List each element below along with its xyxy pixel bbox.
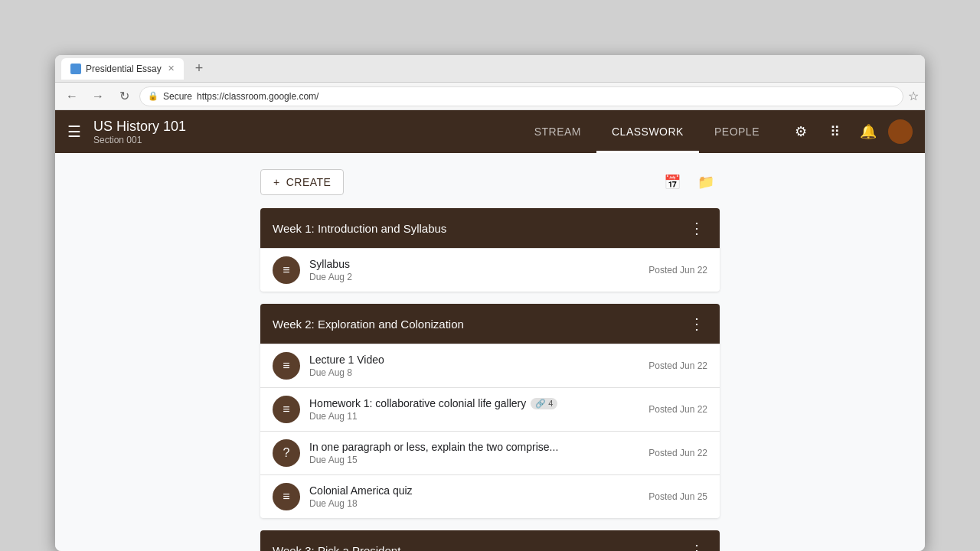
assignment-info: Homework 1: collaborative colonial life … bbox=[309, 397, 639, 422]
assignment-name: Homework 1: collaborative colonial life … bbox=[309, 397, 639, 409]
assignment-info: SyllabusDue Aug 2 bbox=[309, 258, 639, 282]
topics-container: Week 1: Introduction and Syllabus⋮≡Sylla… bbox=[260, 208, 720, 551]
topic-menu-button[interactable]: ⋮ bbox=[686, 313, 707, 334]
menu-icon[interactable]: ☰ bbox=[67, 122, 81, 141]
assignment-posted: Posted Jun 25 bbox=[648, 491, 707, 502]
bookmark-button[interactable]: ☆ bbox=[908, 89, 919, 103]
topic-title: Week 1: Introduction and Syllabus bbox=[273, 222, 446, 235]
topic-section: Week 2: Exploration and Colonization⋮≡Le… bbox=[260, 304, 720, 518]
assignment-info: Colonial America quizDue Aug 18 bbox=[309, 484, 639, 509]
topic-title: Week 2: Exploration and Colonization bbox=[273, 318, 464, 331]
tab-title: Presidential Essay bbox=[86, 64, 162, 74]
user-avatar[interactable] bbox=[888, 119, 913, 144]
tab-close-button[interactable]: ✕ bbox=[168, 64, 175, 73]
assignment-item[interactable]: ≡Colonial America quizDue Aug 18Posted J… bbox=[260, 474, 720, 518]
assignment-due: Due Aug 18 bbox=[309, 498, 639, 509]
create-button[interactable]: + CREATE bbox=[260, 169, 344, 195]
browser-toolbar: ← → ↻ 🔒 Secure https://classroom.google.… bbox=[55, 83, 925, 110]
assignment-posted: Posted Jun 22 bbox=[648, 265, 707, 276]
assignment-due: Due Aug 11 bbox=[309, 411, 639, 422]
tab-stream[interactable]: STREAM bbox=[519, 110, 596, 153]
topic-menu-button[interactable]: ⋮ bbox=[686, 217, 707, 239]
question-icon: ? bbox=[273, 439, 300, 467]
assignment-name-text: Lecture 1 Video bbox=[309, 354, 384, 366]
tab-classwork[interactable]: CLASSWORK bbox=[596, 110, 699, 153]
content-toolbar: + CREATE 📅 📁 bbox=[260, 168, 720, 196]
calendar-icon: 📅 bbox=[664, 174, 681, 191]
assignment-item[interactable]: ≡Lecture 1 VideoDue Aug 8Posted Jun 22 bbox=[260, 344, 720, 387]
assignment-info: In one paragraph or less, explain the tw… bbox=[309, 441, 639, 465]
browser-window: Presidential Essay ✕ + ← → ↻ 🔒 Secure ht… bbox=[55, 55, 925, 551]
notifications-icon-button[interactable]: 🔔 bbox=[854, 118, 882, 145]
topic-header: Week 2: Exploration and Colonization⋮ bbox=[260, 304, 720, 344]
app-content: ☰ US History 101 Section 001 STREAM CLAS… bbox=[55, 110, 925, 551]
assignment-badge: 🔗 4 bbox=[531, 398, 557, 409]
toolbar-right: 📅 📁 bbox=[658, 168, 720, 196]
address-bar[interactable]: 🔒 Secure https://classroom.google.com/ bbox=[139, 86, 903, 106]
folder-icon-button[interactable]: 📁 bbox=[692, 168, 720, 196]
tab-people[interactable]: PEOPLE bbox=[699, 110, 775, 153]
course-section: Section 001 bbox=[93, 135, 519, 145]
create-button-label: CREATE bbox=[286, 176, 332, 188]
assignment-posted: Posted Jun 22 bbox=[648, 360, 707, 371]
new-tab-button[interactable]: + bbox=[188, 58, 210, 80]
topic-menu-button[interactable]: ⋮ bbox=[686, 540, 707, 551]
top-navigation: ☰ US History 101 Section 001 STREAM CLAS… bbox=[55, 110, 925, 153]
settings-icon-button[interactable]: ⚙ bbox=[787, 118, 815, 145]
refresh-button[interactable]: ↻ bbox=[113, 86, 135, 107]
assignment-posted: Posted Jun 22 bbox=[648, 404, 707, 415]
assignment-name-text: In one paragraph or less, explain the tw… bbox=[309, 441, 558, 453]
assignment-item[interactable]: ≡Homework 1: collaborative colonial life… bbox=[260, 387, 720, 431]
back-button[interactable]: ← bbox=[61, 86, 83, 107]
topic-header: Week 1: Introduction and Syllabus⋮ bbox=[260, 208, 720, 248]
browser-titlebar: Presidential Essay ✕ + bbox=[55, 55, 925, 83]
topic-header: Week 3: Pick a President⋮ bbox=[260, 530, 720, 551]
topic-title: Week 3: Pick a President bbox=[273, 544, 400, 552]
main-content: + CREATE 📅 📁 Week 1: Introduction and Sy… bbox=[260, 153, 720, 551]
assignment-name-text: Syllabus bbox=[309, 258, 350, 270]
assignment-doc-icon: ≡ bbox=[273, 256, 300, 284]
topic-section: Week 3: Pick a President⋮?Exit ticket: d… bbox=[260, 530, 720, 551]
forward-button[interactable]: → bbox=[87, 86, 109, 107]
secure-icon: 🔒 bbox=[148, 91, 158, 101]
course-title: US History 101 bbox=[93, 119, 519, 135]
apps-icon-button[interactable]: ⠿ bbox=[821, 118, 848, 145]
assignment-name-text: Colonial America quiz bbox=[309, 484, 413, 497]
assignment-name-text: Homework 1: collaborative colonial life … bbox=[309, 397, 526, 409]
assignment-name: Lecture 1 Video bbox=[309, 354, 639, 366]
nav-tabs: STREAM CLASSWORK PEOPLE bbox=[519, 110, 775, 153]
url-secure-label: Secure bbox=[163, 91, 192, 102]
browser-tab[interactable]: Presidential Essay ✕ bbox=[61, 58, 184, 80]
assignment-name: Colonial America quiz bbox=[309, 484, 639, 497]
create-plus-icon: + bbox=[273, 176, 280, 188]
assignment-name: Syllabus bbox=[309, 258, 639, 270]
calendar-icon-button[interactable]: 📅 bbox=[658, 168, 686, 196]
assignment-item[interactable]: ?In one paragraph or less, explain the t… bbox=[260, 431, 720, 474]
assignment-info: Lecture 1 VideoDue Aug 8 bbox=[309, 354, 639, 378]
folder-icon: 📁 bbox=[697, 174, 714, 191]
assignment-doc-icon: ≡ bbox=[273, 396, 300, 423]
assignment-item[interactable]: ≡SyllabusDue Aug 2Posted Jun 22 bbox=[260, 248, 720, 292]
assignment-name: In one paragraph or less, explain the tw… bbox=[309, 441, 639, 453]
course-info: US History 101 Section 001 bbox=[93, 119, 519, 145]
assignment-due: Due Aug 15 bbox=[309, 455, 639, 465]
assignment-posted: Posted Jun 22 bbox=[648, 448, 707, 458]
nav-icons: ⚙ ⠿ 🔔 bbox=[787, 118, 913, 145]
topic-section: Week 1: Introduction and Syllabus⋮≡Sylla… bbox=[260, 208, 720, 292]
assignment-due: Due Aug 2 bbox=[309, 272, 639, 282]
tab-favicon bbox=[70, 64, 81, 74]
assignment-doc-icon: ≡ bbox=[273, 483, 300, 510]
assignment-due: Due Aug 8 bbox=[309, 367, 639, 378]
assignment-doc-icon: ≡ bbox=[273, 352, 300, 380]
url-text: https://classroom.google.com/ bbox=[197, 91, 318, 102]
